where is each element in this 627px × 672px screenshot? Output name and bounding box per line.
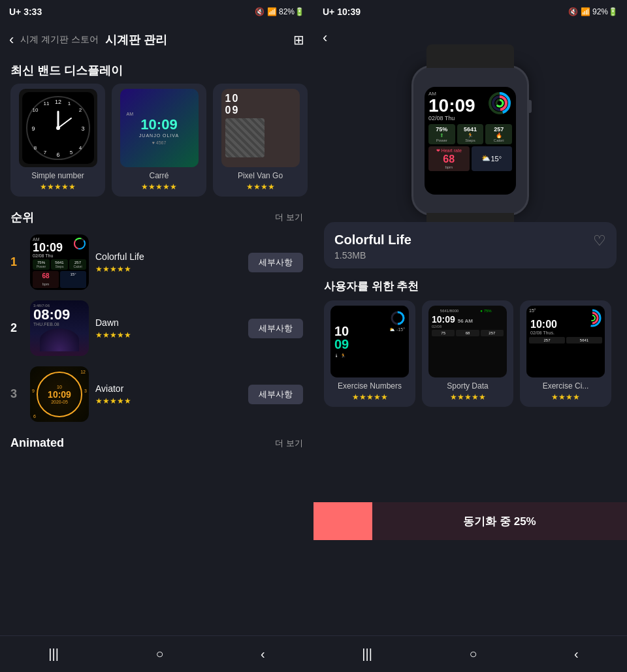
exnum-face: 10 09 ⛅ -15° 🌡 🏃	[330, 306, 409, 377]
heart-label: bpm	[445, 165, 453, 169]
weather-box: ⛅ 15°	[472, 146, 513, 171]
nav-recent-right[interactable]: |||	[362, 647, 372, 662]
status-time-right: U+ 10:39	[323, 7, 361, 17]
watch-face-pixel-thumb: 1009	[221, 89, 300, 167]
ws-date: 02/08 Thu	[428, 115, 475, 121]
carre-sub: ♥ 4567	[152, 140, 167, 145]
card-name-carre: Carré	[149, 171, 169, 180]
recommend-name-sporty: Sporty Data	[447, 381, 488, 391]
rank-item-3: 3 10 10:09 2020-05 12 6 9 3 Aviator ★★★★…	[0, 361, 314, 427]
rank-info-3: Aviator ★★★★★	[95, 383, 242, 406]
right-panel: U+ 10:39 🔇 📶 92%🔋 ‹ AM 10:09 02/08 Thu	[314, 0, 627, 672]
back-button-right[interactable]: ‹	[323, 29, 327, 46]
excirc-face: 15° 10:00 02/08 Thus. 257 5641	[526, 306, 605, 377]
svg-text:8: 8	[33, 145, 37, 151]
top-nav-left: ‹ 시계 계기판 스토어 시계판 관리 ⊞	[0, 24, 314, 56]
rank-number-1: 1	[10, 255, 24, 269]
sync-text: 동기화 중 25%	[463, 514, 536, 529]
status-bar-left: U+ 3:33 🔇 📶 82%🔋	[0, 0, 314, 24]
svg-text:6: 6	[56, 152, 59, 158]
watch-card-pixel[interactable]: 1009 Pixel Van Go ★★★★	[213, 84, 308, 197]
ec-ring-svg	[583, 308, 602, 328]
watch-card-carre[interactable]: AM 10:09 JUANJO OLIVA ♥ 4567 Carré ★★★★★	[112, 84, 206, 197]
rank-number-2: 2	[10, 321, 24, 335]
rank-stars-2: ★★★★★	[95, 330, 242, 340]
svg-text:1: 1	[67, 101, 71, 106]
watch-band-top	[426, 44, 514, 68]
svg-point-30	[587, 313, 598, 323]
recommend-card-exercise[interactable]: 10 09 ⛅ -15° 🌡 🏃 Exercis	[324, 300, 415, 407]
grid-icon-left[interactable]: ⊞	[293, 32, 304, 48]
stat-power: 75% ⬆ Power	[428, 124, 455, 144]
animated-more-link[interactable]: 더 보기	[275, 438, 303, 449]
en-ring-svg	[391, 311, 405, 325]
weather-temp: 15°	[490, 155, 502, 163]
card-stars-simple: ★★★★★	[40, 182, 76, 191]
pixel-digits: 1009	[225, 93, 240, 116]
svg-text:12: 12	[54, 99, 61, 105]
animated-header: Animated 더 보기	[0, 430, 314, 453]
watch-display-area: AM 10:09 02/08 Thu	[314, 52, 627, 222]
rank-thumb-1: AM 10:09 02/08 Thu 75%Power 5641Steps 25…	[30, 234, 89, 290]
rank-btn-3[interactable]: 세부사항	[248, 385, 303, 404]
exercise-face: 10 09 ⛅ -15° 🌡 🏃	[330, 306, 409, 377]
nav-recent-left[interactable]: |||	[48, 647, 59, 662]
card-name-simple: Simple number	[31, 171, 84, 180]
watch-face-simple-thumb: 12 3 6 9 10 2 4 8 11 1 5 7	[19, 89, 97, 167]
rank-thumb-2: 3:48/7:06 08:09 THU.FEB.08	[30, 300, 89, 356]
recommend-stars-exercise: ★★★★★	[352, 392, 388, 402]
recommend-card-sporty[interactable]: 5641/8000 ● 75% 10:09 56 AM 02/08 75 68 …	[422, 300, 513, 407]
nav-subtitle-left: 시계 계기판 스토어	[20, 34, 99, 46]
sync-bar: 동기화 중 25%	[314, 502, 627, 540]
rank-name-2: Dawn	[95, 317, 242, 328]
recommend-card-excirc[interactable]: 15° 10:00 02/08 Thus. 257 5641	[520, 300, 611, 407]
carre-face: AM 10:09 JUANJO OLIVA ♥ 4567	[120, 89, 199, 167]
animated-title: Animated	[10, 436, 64, 450]
back-button-left[interactable]: ‹	[9, 31, 14, 48]
watch-device: AM 10:09 02/08 Thu	[411, 65, 529, 216]
rank-name-3: Aviator	[95, 383, 242, 394]
recommend-name-excirc: Exercise Ci...	[543, 381, 589, 391]
excirc-face-container: 15° 10:00 02/08 Thus. 257 5641	[526, 306, 605, 377]
recommend-row: 10 09 ⛅ -15° 🌡 🏃 Exercis	[314, 300, 627, 407]
rank-btn-2[interactable]: 세부사항	[248, 319, 303, 338]
nav-title-left: 시계판 관리	[105, 32, 167, 48]
card-name-pixel: Pixel Van Go	[238, 171, 283, 180]
svg-text:9: 9	[31, 125, 35, 132]
ranking-title: 순위	[10, 210, 34, 225]
rank-stars-3: ★★★★★	[95, 396, 242, 406]
ws-time: 10:09	[428, 97, 475, 115]
battery-icon-right: 🔇 📶 92%🔋	[568, 7, 618, 16]
rank-item-2: 2 3:48/7:06 08:09 THU.FEB.08 Dawn ★★★★★ …	[0, 295, 314, 361]
battery-icon-left: 🔇 📶 82%🔋	[255, 7, 304, 16]
rank-btn-1[interactable]: 세부사항	[248, 253, 303, 272]
sporty-face: 5641/8000 ● 75% 10:09 56 AM 02/08 75 68 …	[428, 306, 507, 377]
aviator-face: 10 10:09 2020-05 12 6 9 3	[30, 366, 89, 422]
sync-progress-fill	[314, 502, 372, 540]
recommend-title: 사용자를 위한 추천	[314, 276, 627, 300]
rank-name-1: Colorful Life	[95, 251, 242, 262]
nav-home-left[interactable]: ○	[155, 647, 163, 662]
nav-home-right[interactable]: ○	[469, 647, 477, 662]
status-icons-left: 🔇 📶 82%🔋	[255, 7, 304, 16]
card-stars-pixel: ★★★★	[246, 182, 275, 191]
ws-bottom-stats: ❤ Heart rate 68 bpm ⛅ 15°	[428, 146, 512, 171]
heart-icon-right[interactable]: ♡	[593, 232, 606, 249]
svg-text:7: 7	[43, 150, 46, 155]
svg-text:3: 3	[81, 125, 84, 132]
stat-steps: 5641 🏃 Steps	[457, 124, 484, 144]
nav-back-right[interactable]: ‹	[574, 647, 579, 662]
ranking-more-link[interactable]: 더 보기	[275, 212, 303, 223]
ranking-header: 순위 더 보기	[0, 203, 314, 229]
rank-stars-1: ★★★★★	[95, 264, 242, 274]
status-bar-right: U+ 10:39 🔇 📶 92%🔋	[314, 0, 627, 24]
heart-box: ❤ Heart rate 68 bpm	[428, 146, 470, 171]
svg-text:2: 2	[78, 107, 82, 113]
nav-back-left[interactable]: ‹	[261, 647, 265, 662]
left-panel: U+ 3:33 🔇 📶 82%🔋 ‹ 시계 계기판 스토어 시계판 관리 ⊞ 최…	[0, 0, 314, 672]
watch-card-simple[interactable]: 12 3 6 9 10 2 4 8 11 1 5 7	[10, 84, 105, 197]
card-stars-carre: ★★★★★	[141, 182, 177, 191]
recommend-stars-sporty: ★★★★★	[450, 392, 486, 402]
svg-text:4: 4	[78, 145, 82, 151]
bottom-nav-left: ||| ○ ‹	[0, 635, 314, 672]
